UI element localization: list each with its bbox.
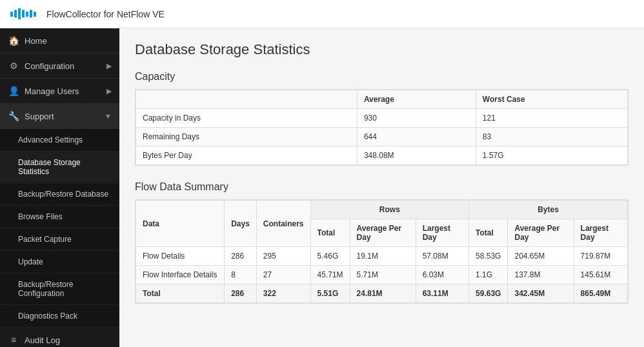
manage-users-icon: 👤 [8, 85, 19, 97]
flow-data-section-title: Flow Data Summary [135, 181, 629, 193]
flow-row-rows-total: 5.46G [310, 247, 350, 266]
flow-row-days: 286 [225, 247, 257, 266]
flow-row-containers: 322 [256, 284, 310, 303]
capacity-row-label: Remaining Days [136, 128, 357, 146]
sidebar-item-database-storage[interactable]: Database Storage Statistics [0, 152, 119, 183]
flow-col-data: Data [136, 201, 225, 247]
capacity-row-label: Capacity in Days [136, 109, 357, 128]
flow-row-bytes-total: 1.1G [469, 266, 508, 284]
chevron-right-icon: ▶ [106, 62, 112, 70]
home-icon: 🏠 [8, 35, 19, 46]
sidebar-item-configuration-label: Configuration [25, 61, 74, 71]
capacity-row-worst-case: 83 [476, 128, 627, 146]
sidebar-item-backup-restore-config-label: Backup/Restore Configuration [18, 280, 112, 298]
table-row: Remaining Days 644 83 [136, 128, 628, 146]
svg-rect-4 [26, 12, 28, 17]
audit-log-icon: ≡ [8, 334, 19, 346]
sidebar-item-manage-users[interactable]: 👤 Manage Users ▶ [0, 79, 119, 104]
flow-row-bytes-largest: 865.49M [574, 284, 627, 303]
sidebar-item-support-label: Support [25, 112, 54, 121]
table-row: Bytes Per Day 348.08M 1.57G [136, 146, 628, 165]
rows-span-header: Rows [310, 201, 469, 219]
svg-rect-3 [22, 10, 25, 17]
sidebar: 🏠 Home ⚙ Configuration ▶ 👤 Manage Users … [0, 28, 119, 347]
page-title: Database Storage Statistics [135, 41, 629, 58]
flow-row-rows-largest: 6.03M [416, 266, 468, 284]
support-icon: 🔧 [8, 110, 19, 122]
sidebar-item-backup-restore-config[interactable]: Backup/Restore Configuration [0, 273, 119, 305]
table-row: Total 286 322 5.51G 24.81M 63.11M 59.63G… [136, 284, 628, 303]
app-header: FlowCollector for NetFlow VE [0, 0, 644, 28]
chevron-down-icon: ▼ [105, 112, 112, 120]
main-content: Database Storage Statistics Capacity Ave… [119, 28, 644, 347]
flow-row-rows-avg: 19.1M [350, 247, 416, 266]
capacity-row-label: Bytes Per Day [136, 146, 357, 165]
bytes-span-header: Bytes [469, 201, 628, 219]
sidebar-item-home-label: Home [25, 36, 47, 46]
flow-row-data: Total [136, 284, 225, 303]
sidebar-item-packet-capture-label: Packet Capture [18, 235, 72, 244]
capacity-col-average: Average [357, 90, 476, 109]
flow-row-days: 8 [225, 266, 257, 284]
sidebar-item-packet-capture[interactable]: Packet Capture [0, 228, 119, 251]
flow-rows-largest: Largest Day [416, 219, 468, 247]
flow-row-data: Flow Interface Details [136, 266, 225, 284]
svg-rect-1 [14, 10, 17, 17]
sidebar-item-database-storage-label: Database Storage Statistics [18, 158, 112, 176]
flow-bytes-largest: Largest Day [574, 219, 627, 247]
flow-row-days: 286 [225, 284, 257, 303]
svg-rect-5 [30, 10, 32, 17]
svg-rect-6 [34, 12, 36, 17]
capacity-row-average: 348.08M [357, 146, 476, 165]
capacity-col-worst-case: Worst Case [476, 90, 627, 109]
sidebar-item-audit-log[interactable]: ≡ Audit Log [0, 328, 119, 347]
sidebar-item-diagnostics-pack[interactable]: Diagnostics Pack [0, 305, 119, 328]
table-row: Flow Interface Details 8 27 45.71M 5.71M… [136, 266, 628, 284]
sidebar-item-manage-users-label: Manage Users [25, 86, 79, 96]
flow-row-rows-total: 45.71M [310, 266, 350, 284]
capacity-row-average: 644 [357, 128, 476, 146]
flow-row-bytes-total: 58.53G [469, 247, 508, 266]
flow-row-bytes-total: 59.63G [469, 284, 508, 303]
app-title: FlowCollector for NetFlow VE [46, 9, 165, 19]
sidebar-item-support[interactable]: 🔧 Support ▼ [0, 104, 119, 129]
flow-row-bytes-avg: 342.45M [508, 284, 574, 303]
configuration-icon: ⚙ [8, 60, 19, 72]
flow-row-rows-largest: 57.08M [416, 247, 468, 266]
sidebar-item-home[interactable]: 🏠 Home [0, 28, 119, 54]
capacity-row-average: 930 [357, 109, 476, 128]
svg-rect-2 [18, 8, 21, 19]
sidebar-item-backup-restore-db-label: Backup/Restore Database [18, 190, 108, 199]
flow-row-containers: 27 [256, 266, 310, 284]
flow-bytes-total: Total [469, 219, 508, 247]
flow-data-table-container: Data Days Containers Rows Bytes Total Av… [135, 199, 629, 304]
sidebar-item-configuration[interactable]: ⚙ Configuration ▶ [0, 54, 119, 79]
flow-row-rows-largest: 63.11M [416, 284, 468, 303]
table-row: Flow Details 286 295 5.46G 19.1M 57.08M … [136, 247, 628, 266]
capacity-col-label [136, 90, 357, 109]
flow-row-bytes-largest: 145.61M [574, 266, 627, 284]
flow-col-days: Days [225, 201, 257, 247]
sidebar-item-backup-restore-db[interactable]: Backup/Restore Database [0, 183, 119, 206]
sidebar-item-diagnostics-pack-label: Diagnostics Pack [18, 312, 77, 321]
capacity-table: Average Worst Case Capacity in Days 930 … [136, 90, 628, 165]
capacity-section-title: Capacity [135, 71, 629, 83]
sidebar-item-advanced-settings-label: Advanced Settings [18, 135, 83, 144]
capacity-row-worst-case: 121 [476, 109, 627, 128]
flow-row-bytes-avg: 204.65M [508, 247, 574, 266]
capacity-row-worst-case: 1.57G [476, 146, 627, 165]
sidebar-item-audit-log-label: Audit Log [25, 335, 60, 345]
sidebar-item-update[interactable]: Update [0, 251, 119, 273]
flow-data-table: Data Days Containers Rows Bytes Total Av… [136, 200, 628, 303]
flow-row-bytes-avg: 137.8M [508, 266, 574, 284]
flow-row-rows-avg: 5.71M [350, 266, 416, 284]
sidebar-item-advanced-settings[interactable]: Advanced Settings [0, 129, 119, 152]
sidebar-item-update-label: Update [18, 257, 43, 266]
flow-row-containers: 295 [256, 247, 310, 266]
cisco-logo-icon [10, 5, 36, 23]
sidebar-item-browse-files[interactable]: Browse Files [0, 206, 119, 228]
flow-bytes-avg: Average Per Day [508, 219, 574, 247]
main-layout: 🏠 Home ⚙ Configuration ▶ 👤 Manage Users … [0, 28, 644, 347]
svg-rect-0 [10, 12, 13, 17]
flow-col-containers: Containers [256, 201, 310, 247]
